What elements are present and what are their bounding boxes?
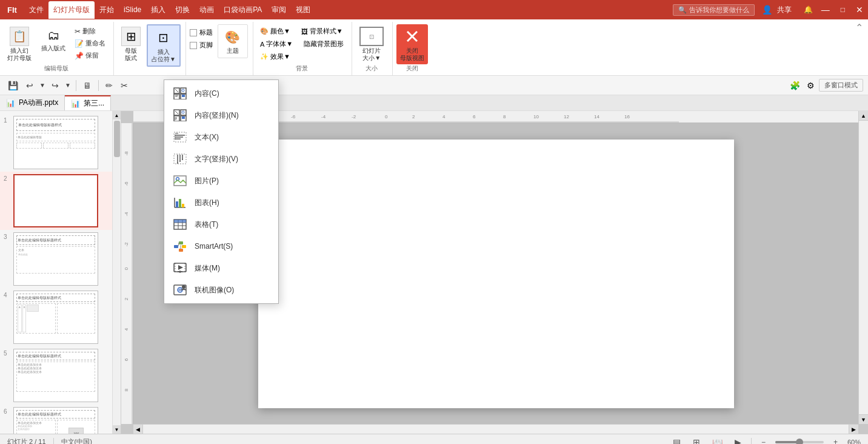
insert-slide-master-button[interactable]: 📋 插入幻灯片母版 bbox=[4, 24, 35, 64]
zoom-slider[interactable] bbox=[775, 441, 824, 443]
slide-thumb-5[interactable]: 5 单击此处编辑母版标题样式 单击此处添加文本 单击此处添加文本 单击此处添加文… bbox=[0, 346, 121, 405]
slide-size-button[interactable]: ⊡ 幻灯片大小▼ bbox=[356, 24, 387, 64]
effects-button[interactable]: ✨ 效果▼ bbox=[257, 51, 347, 62]
slide-panel-scrollbar[interactable]: ▲ ▼ bbox=[112, 111, 121, 434]
undo-button[interactable]: ↩ bbox=[23, 79, 36, 92]
slide-thumb-4[interactable]: 4 单击此处编辑母版标题样式 A B bbox=[0, 288, 121, 346]
svg-text:-4: -4 bbox=[321, 114, 326, 119]
menu-transition[interactable]: 切换 bbox=[170, 1, 195, 19]
background-style-button[interactable]: 🖼 背景样式▼ bbox=[298, 25, 346, 37]
slide-size-label: 幻灯片大小▼ bbox=[362, 47, 381, 62]
slide-thumb-6[interactable]: 6 单击此处编辑母版标题样式 单击此处添加文本 单击此处添加 文本内容行 🖼 bbox=[0, 405, 121, 434]
svg-text:6: 6 bbox=[124, 358, 129, 361]
color-button[interactable]: 🎨 颜色▼ bbox=[257, 25, 293, 37]
notification-icon[interactable]: 🔔 bbox=[801, 4, 815, 15]
dropdown-item-text[interactable]: 文本(X) bbox=[164, 126, 278, 148]
dropdown-item-content-v[interactable]: 内容(竖排)(N) bbox=[164, 104, 278, 126]
font-label: 字体体▼ bbox=[266, 39, 293, 49]
dropdown-item-smartart[interactable]: SmartArt(S) bbox=[164, 235, 278, 257]
scroll-up-arrow[interactable]: ▲ bbox=[113, 111, 121, 119]
canvas-scroll-left[interactable]: ◀ bbox=[133, 425, 143, 434]
dropdown-item-text-v[interactable]: 文字(竖排)(V) bbox=[164, 148, 278, 170]
title-checkbox[interactable]: 标题 bbox=[190, 28, 213, 37]
slide-panel: 1 单击此处编辑母版标题样式 单击此处编辑母版 2 3 bbox=[0, 111, 121, 434]
slide-thumb-3[interactable]: 3 单击此处编辑母版标题样式 文本 单击此处 bbox=[0, 230, 121, 288]
dropdown-item-table[interactable]: 表格(T) bbox=[164, 214, 278, 235]
search-label: 告诉我你想要做什么 bbox=[689, 5, 749, 15]
svg-rect-68 bbox=[179, 199, 181, 207]
footer-checkbox[interactable]: 页脚 bbox=[190, 41, 213, 50]
slide-thumb-1[interactable]: 1 单击此处编辑母版标题样式 单击此处编辑母版 bbox=[0, 113, 121, 172]
restore-button[interactable]: □ bbox=[836, 4, 850, 15]
share-button[interactable]: 共享 bbox=[777, 5, 792, 15]
slide-num-6: 6 bbox=[4, 407, 11, 415]
menu-review[interactable]: 审阅 bbox=[267, 1, 291, 19]
delete-button[interactable]: ✂ 删除 bbox=[72, 25, 109, 37]
view-normal-button[interactable]: ▤ bbox=[670, 436, 683, 445]
theme-icon: 🎨 bbox=[223, 27, 242, 47]
scroll-down-arrow[interactable]: ▼ bbox=[113, 425, 121, 434]
zoom-out-button[interactable]: − bbox=[759, 437, 768, 445]
canvas-scroll-right[interactable]: ▶ bbox=[849, 425, 858, 434]
menu-start[interactable]: 开始 bbox=[95, 1, 119, 19]
status-sep1 bbox=[53, 438, 54, 445]
menu-pocket-animation[interactable]: 口袋动画PA bbox=[219, 1, 267, 19]
hide-background-graphics-button[interactable]: 隐藏背景图形 bbox=[301, 38, 347, 50]
account-icon[interactable]: 👤 bbox=[762, 5, 772, 15]
settings-icon[interactable]: ⚙ bbox=[804, 79, 817, 92]
view-slide-sorter-button[interactable]: ⊞ bbox=[690, 436, 703, 445]
close-master-view-button[interactable]: 关闭母版视图 bbox=[396, 24, 428, 64]
menu-file[interactable]: 文件 bbox=[24, 1, 48, 19]
view-reading-button[interactable]: 📖 bbox=[710, 436, 725, 445]
dropdown-item-content[interactable]: 内容(C) bbox=[164, 82, 278, 104]
zoom-in-button[interactable]: + bbox=[831, 437, 840, 445]
slide-main-canvas[interactable] bbox=[258, 140, 734, 408]
multi-window-button[interactable]: 多窗口模式 bbox=[819, 79, 863, 92]
font-button[interactable]: A 字体体▼ bbox=[257, 38, 296, 50]
ribbon-collapse-button[interactable]: ⌃ bbox=[855, 22, 863, 33]
slide-num-1: 1 bbox=[4, 116, 11, 124]
rename-button[interactable]: 📝 重命名 bbox=[72, 38, 109, 49]
menu-islide[interactable]: iSlide bbox=[119, 2, 146, 18]
group-background: 🎨 颜色▼ 🖼 背景样式▼ A 字体体▼ 隐藏背景图形 bbox=[257, 22, 352, 75]
redo-dropdown-button[interactable]: ▼ bbox=[64, 80, 72, 90]
dropdown-item-chart[interactable]: 图表(H) bbox=[164, 192, 278, 214]
undo-dropdown-button[interactable]: ▼ bbox=[38, 80, 47, 90]
tab-pa-icon: 📊 bbox=[6, 99, 15, 107]
insert-placeholder-button[interactable]: ⊡ 插入占位符▼ bbox=[147, 24, 181, 67]
start-presentation-button[interactable]: 🖥 bbox=[80, 79, 95, 92]
menu-animation[interactable]: 动画 bbox=[195, 1, 219, 19]
tab-pa-animation[interactable]: 📊 PA动画.pptx bbox=[0, 95, 65, 110]
slide-thumb-2[interactable]: 2 bbox=[0, 172, 121, 230]
dropdown-item-media[interactable]: 媒体(M) bbox=[164, 257, 278, 279]
canvas-scroll-up[interactable]: ▲ bbox=[859, 111, 868, 121]
title-checkbox-label: 标题 bbox=[199, 28, 213, 37]
menu-slide-master[interactable]: 幻灯片母版 bbox=[48, 1, 95, 19]
theme-button[interactable]: 🎨 主题 bbox=[218, 24, 248, 58]
master-layout-button[interactable]: ⊞ 母版版式 bbox=[118, 24, 144, 64]
group-close-label: 关闭 bbox=[396, 64, 428, 73]
svg-text:12: 12 bbox=[564, 114, 569, 119]
cut-button[interactable]: ✂ bbox=[118, 79, 131, 92]
menu-insert[interactable]: 插入 bbox=[146, 1, 170, 19]
search-box: 🔍 告诉我你想要做什么 bbox=[673, 4, 755, 16]
canvas-scroll-down[interactable]: ▼ bbox=[859, 414, 868, 424]
window-controls: 🔔 — □ ✕ bbox=[801, 4, 868, 16]
dropdown-item-picture[interactable]: 图片(P) bbox=[164, 170, 278, 192]
save-button[interactable]: 💾 bbox=[5, 79, 21, 92]
tab-pa-label: PA动画.pptx bbox=[19, 98, 58, 108]
dropdown-item-online-image[interactable]: 联机图像(O) bbox=[164, 279, 278, 301]
islide-icon[interactable]: 🧩 bbox=[787, 79, 803, 92]
view-slideshow-button[interactable]: ▶ bbox=[732, 436, 744, 445]
preserve-button[interactable]: 📌 保留 bbox=[72, 50, 109, 61]
tab-third[interactable]: 📊 第三... bbox=[65, 95, 111, 110]
group-close: 关闭母版视图 关闭 bbox=[396, 22, 433, 75]
redo-button[interactable]: ↪ bbox=[48, 79, 62, 92]
menu-view[interactable]: 视图 bbox=[291, 1, 315, 19]
svg-point-95 bbox=[182, 285, 185, 289]
minimize-button[interactable]: — bbox=[816, 4, 835, 16]
close-button[interactable]: ✕ bbox=[851, 4, 868, 16]
format-painter-button[interactable]: ✏ bbox=[102, 79, 116, 92]
insert-layout-button[interactable]: 🗂 插入版式 bbox=[38, 24, 69, 55]
scroll-thumb[interactable] bbox=[114, 121, 120, 157]
